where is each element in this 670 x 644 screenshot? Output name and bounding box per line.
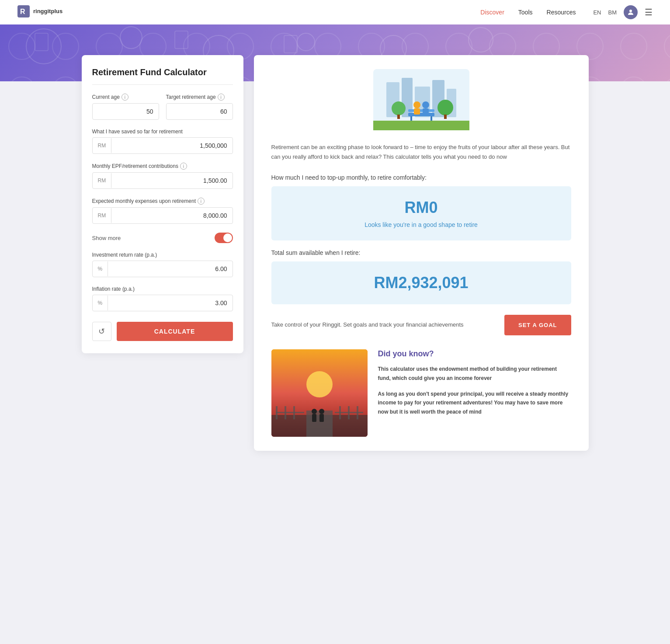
target-age-info-icon[interactable]: i — [218, 94, 225, 101]
nav-links: Discover Tools Resources — [480, 9, 576, 16]
main-layout: Retirement Fund Calculator Current age i… — [73, 55, 597, 451]
cta-row: Take control of your Ringgit. Set goals … — [271, 315, 571, 335]
reset-button[interactable]: ↺ — [92, 322, 111, 341]
age-row: Current age i Target retirement age i — [92, 94, 233, 120]
lang-en-button[interactable]: EN — [593, 9, 601, 16]
investment-input-wrapper: % — [92, 261, 233, 277]
inflation-label: Inflation rate (p.a.) — [92, 286, 233, 292]
target-age-input[interactable] — [166, 103, 233, 120]
top-up-result-box: RM0 Looks like you're in a good shape to… — [271, 186, 571, 240]
show-more-label[interactable]: Show more — [92, 235, 121, 241]
svg-point-3 — [629, 10, 632, 12]
svg-point-36 — [312, 409, 317, 414]
set-a-goal-button[interactable]: SET A GOAL — [504, 315, 571, 335]
investment-input[interactable] — [108, 261, 232, 277]
total-result-box: RM2,932,091 — [271, 261, 571, 304]
intro-text: Retirement can be an exciting phase to l… — [271, 143, 571, 162]
svg-text:R: R — [20, 8, 25, 15]
monthly-prefix: RM — [93, 173, 112, 188]
calculator-panel: Retirement Fund Calculator Current age i… — [82, 55, 243, 353]
savings-prefix: RM — [93, 138, 112, 153]
nav-discover[interactable]: Discover — [480, 9, 504, 16]
nav-resources[interactable]: Resources — [547, 9, 576, 16]
svg-rect-37 — [312, 414, 316, 422]
expenses-info-icon[interactable]: i — [198, 198, 205, 205]
svg-rect-24 — [408, 109, 434, 112]
svg-rect-20 — [397, 115, 400, 119]
navbar: R ringgitplus Discover Tools Resources E… — [0, 0, 670, 24]
svg-point-33 — [306, 371, 333, 397]
calculator-footer: ↺ CALCULATE — [92, 322, 233, 341]
show-more-row: Show more — [92, 233, 233, 243]
cta-text: Take control of your Ringgit. Set goals … — [271, 320, 496, 330]
calculate-button[interactable]: CALCULATE — [117, 322, 233, 341]
svg-point-27 — [413, 101, 420, 108]
monthly-input-wrapper: RM — [92, 172, 233, 189]
expenses-input[interactable] — [111, 208, 232, 223]
inflation-group: Inflation rate (p.a.) % — [92, 286, 233, 311]
inflation-input-wrapper: % — [92, 295, 233, 311]
svg-point-9 — [469, 28, 493, 52]
expenses-group: Expected monthly expenses upon retiremen… — [92, 198, 233, 224]
current-age-group: Current age i — [92, 94, 159, 120]
investment-label: Investment return rate (p.a.) — [92, 252, 233, 258]
did-you-know-section: Did you know? This calculator uses the e… — [271, 349, 571, 437]
savings-input[interactable] — [111, 138, 232, 153]
svg-rect-47 — [335, 412, 363, 413]
svg-rect-22 — [444, 115, 447, 119]
svg-rect-30 — [423, 108, 429, 115]
lang-bm-button[interactable]: BM — [608, 9, 617, 16]
monthly-label: Monthly EPF/retirement contributions i — [92, 163, 233, 170]
investment-prefix: % — [93, 261, 108, 276]
monthly-input[interactable] — [111, 173, 232, 188]
svg-point-21 — [437, 100, 453, 115]
current-age-label: Current age i — [92, 94, 159, 101]
investment-group: Investment return rate (p.a.) % — [92, 252, 233, 277]
savings-group: What I have saved so far for retirement … — [92, 129, 233, 154]
target-age-label: Target retirement age i — [166, 94, 233, 101]
did-you-know-para1: This calculator uses the endowment metho… — [378, 365, 571, 383]
total-label: Total sum available when I retire: — [271, 249, 571, 256]
svg-rect-28 — [414, 108, 420, 115]
svg-rect-23 — [408, 113, 434, 116]
expenses-label: Expected monthly expenses upon retiremen… — [92, 198, 233, 205]
svg-point-19 — [392, 101, 406, 115]
monthly-info-icon[interactable]: i — [180, 163, 187, 170]
nav-tools[interactable]: Tools — [518, 9, 533, 16]
svg-text:ringgitplus: ringgitplus — [33, 8, 62, 14]
current-age-info-icon[interactable]: i — [122, 94, 128, 101]
calculator-title: Retirement Fund Calculator — [92, 67, 233, 85]
did-you-know-content: Did you know? This calculator uses the e… — [378, 349, 571, 423]
total-amount: RM2,932,091 — [284, 274, 559, 292]
show-more-toggle[interactable] — [215, 233, 233, 243]
savings-label: What I have saved so far for retirement — [92, 129, 233, 135]
svg-point-29 — [422, 101, 429, 108]
hamburger-menu-icon[interactable]: ☰ — [645, 7, 653, 17]
svg-rect-39 — [319, 414, 324, 422]
svg-point-7 — [297, 33, 315, 51]
did-you-know-image — [271, 349, 368, 437]
illustration — [271, 69, 571, 130]
logo: R ringgitplus — [17, 4, 70, 20]
svg-point-4 — [26, 29, 61, 64]
target-age-group: Target retirement age i — [166, 94, 233, 120]
user-avatar[interactable] — [624, 5, 638, 19]
expenses-input-wrapper: RM — [92, 207, 233, 224]
navbar-right: EN BM ☰ — [593, 5, 653, 19]
inflation-input[interactable] — [108, 295, 232, 311]
svg-point-38 — [319, 409, 324, 414]
svg-rect-11 — [175, 31, 188, 49]
did-you-know-para2: As long as you don't spend your principa… — [378, 390, 571, 416]
svg-rect-12 — [284, 35, 297, 53]
savings-input-wrapper: RM — [92, 137, 233, 154]
top-up-label: How much I need to top-up monthly, to re… — [271, 174, 571, 181]
current-age-input[interactable] — [92, 103, 159, 120]
result-panel: Retirement can be an exciting phase to l… — [254, 55, 589, 451]
did-you-know-title: Did you know? — [378, 349, 571, 359]
svg-rect-35 — [306, 411, 333, 437]
monthly-group: Monthly EPF/retirement contributions i R… — [92, 163, 233, 189]
inflation-prefix: % — [93, 296, 108, 310]
top-up-amount: RM0 — [284, 198, 559, 217]
svg-rect-31 — [373, 121, 469, 130]
expenses-prefix: RM — [93, 208, 112, 223]
